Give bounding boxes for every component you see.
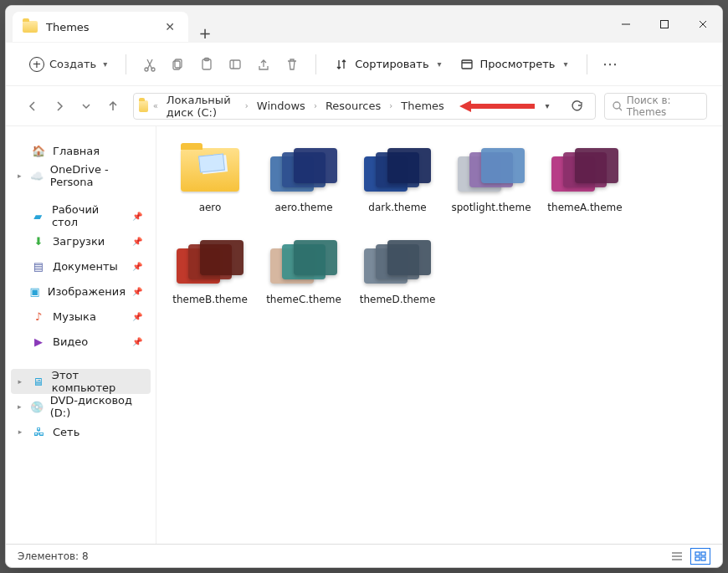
search-input[interactable]: Поиск в: Themes [604, 93, 707, 120]
content-area[interactable]: aeroaero.themedark.themespotlight.themet… [156, 126, 722, 544]
theme-thumbnail [270, 235, 337, 289]
sidebar-item-label: DVD-дисковод (D:) [50, 394, 142, 419]
theme-thumbnail [270, 143, 337, 197]
chevron-left-icon: « [151, 101, 160, 110]
pin-icon: 📌 [132, 237, 142, 246]
sidebar-item-music[interactable]: ♪ Музыка 📌 [11, 304, 151, 329]
file-item-label: themeD.theme [360, 294, 436, 305]
tab-label: Themes [46, 21, 90, 33]
svg-rect-0 [661, 20, 669, 28]
chevron-right-icon: › [312, 101, 319, 110]
sidebar-item-this-pc[interactable]: ▸ 🖥 Этот компьютер [11, 369, 151, 394]
sidebar-item-network[interactable]: ▸ 🖧 Сеть [11, 419, 151, 444]
sidebar-item-label: Рабочий стол [52, 203, 126, 228]
pin-icon: 📌 [132, 262, 142, 271]
file-item[interactable]: themeC.theme [262, 232, 346, 309]
sidebar-item-dvd[interactable]: ▸ 💿 DVD-дисковод (D:) [11, 394, 151, 419]
more-button[interactable]: ⋯ [597, 55, 624, 73]
chevron-down-icon: ▾ [564, 59, 568, 69]
create-label: Создать [49, 58, 96, 70]
body: 🏠 Главная ▸ ☁️ OneDrive - Persona ▰ Рабо… [6, 126, 722, 544]
refresh-button[interactable] [565, 94, 590, 119]
divider [587, 54, 587, 74]
cloud-icon: ☁️ [30, 170, 44, 182]
icons-view-button[interactable] [690, 548, 710, 565]
file-item[interactable]: themeA.theme [543, 140, 627, 217]
sidebar-item-label: Видео [53, 335, 88, 348]
disc-icon: 💿 [30, 401, 44, 413]
sort-label: Сортировать [355, 58, 428, 70]
breadcrumb-segment[interactable]: Локальный диск (C:) [160, 90, 244, 122]
pc-icon: 🖥 [31, 376, 45, 388]
sidebar-item-documents[interactable]: ▤ Документы 📌 [11, 253, 151, 279]
file-item[interactable]: dark.theme [356, 140, 439, 217]
paste-button[interactable] [193, 51, 220, 78]
up-button[interactable] [101, 95, 125, 118]
sidebar-item-downloads[interactable]: ⬇ Загрузки 📌 [11, 228, 151, 253]
details-view-button[interactable] [667, 548, 687, 565]
close-tab-button[interactable]: ✕ [161, 20, 178, 33]
rename-button[interactable] [222, 51, 249, 78]
close-window-button[interactable] [684, 6, 722, 42]
file-item[interactable]: aero [168, 140, 252, 217]
tabs-strip: Themes ✕ + [6, 6, 607, 42]
file-item[interactable]: themeD.theme [356, 232, 439, 309]
address-bar[interactable]: « Локальный диск (C:) › Windows › Resour… [133, 93, 596, 120]
desktop-icon: ▰ [31, 210, 45, 223]
search-placeholder: Поиск в: Themes [627, 95, 700, 118]
breadcrumb-segment[interactable]: Themes [394, 96, 451, 115]
sidebar-item-label: Сеть [53, 426, 79, 438]
recent-locations-button[interactable] [74, 95, 98, 118]
file-item-label: themeA.theme [547, 202, 622, 213]
file-item-label: aero.theme [274, 202, 332, 213]
maximize-button[interactable] [645, 6, 684, 42]
chevron-right-icon: ▸ [16, 427, 24, 436]
file-item[interactable]: aero.theme [262, 140, 346, 217]
sidebar-item-pictures[interactable]: ▣ Изображения 📌 [11, 279, 151, 304]
pin-icon: 📌 [132, 287, 142, 296]
sidebar-item-onedrive[interactable]: ▸ ☁️ OneDrive - Persona [11, 163, 151, 188]
sidebar-item-videos[interactable]: ▶ Видео 📌 [11, 329, 151, 354]
sidebar-item-desktop[interactable]: ▰ Рабочий стол 📌 [11, 203, 151, 228]
view-button[interactable]: Просмотреть ▾ [452, 53, 577, 76]
sort-button[interactable]: Сортировать ▾ [326, 53, 449, 76]
svg-point-1 [145, 68, 148, 71]
file-item[interactable]: spotlight.theme [449, 140, 533, 217]
copy-button[interactable] [165, 51, 192, 78]
create-button[interactable]: + Создать ▾ [21, 52, 115, 77]
delete-button[interactable] [279, 51, 305, 78]
svg-marker-9 [459, 100, 535, 112]
svg-rect-7 [230, 60, 240, 69]
forward-button[interactable] [48, 95, 71, 118]
status-bar: Элементов: 8 [6, 544, 722, 567]
share-button[interactable] [250, 51, 277, 78]
divider [315, 54, 316, 74]
sidebar-item-label: Музыка [53, 310, 96, 323]
divider [126, 54, 126, 74]
tab-themes[interactable]: Themes ✕ [13, 12, 188, 42]
search-icon [612, 100, 622, 112]
chevron-right-icon: › [387, 101, 394, 110]
chevron-down-icon: ▾ [438, 59, 442, 69]
minimize-button[interactable] [607, 6, 645, 42]
pin-icon: 📌 [132, 337, 142, 346]
status-count: Элементов: 8 [18, 550, 89, 562]
new-tab-button[interactable]: + [188, 24, 222, 42]
sidebar-item-home[interactable]: 🏠 Главная [11, 138, 151, 163]
breadcrumb-segment[interactable]: Resources [319, 96, 387, 115]
view-label: Просмотреть [480, 58, 556, 70]
cut-button[interactable] [136, 51, 163, 78]
svg-point-10 [613, 102, 620, 109]
document-icon: ▤ [31, 260, 46, 273]
file-item-label: dark.theme [368, 202, 426, 213]
svg-rect-14 [701, 557, 705, 560]
address-dropdown-button[interactable]: ▾ [535, 94, 560, 119]
network-icon: 🖧 [31, 426, 46, 438]
navigation-row: « Локальный диск (C:) › Windows › Resour… [6, 86, 722, 126]
svg-rect-12 [701, 552, 705, 555]
breadcrumb-segment[interactable]: Windows [250, 96, 312, 115]
items-grid: aeroaero.themedark.themespotlight.themet… [168, 140, 710, 309]
file-item[interactable]: themeB.theme [168, 232, 252, 309]
back-button[interactable] [21, 95, 44, 118]
sidebar-item-label: Загрузки [53, 235, 105, 248]
